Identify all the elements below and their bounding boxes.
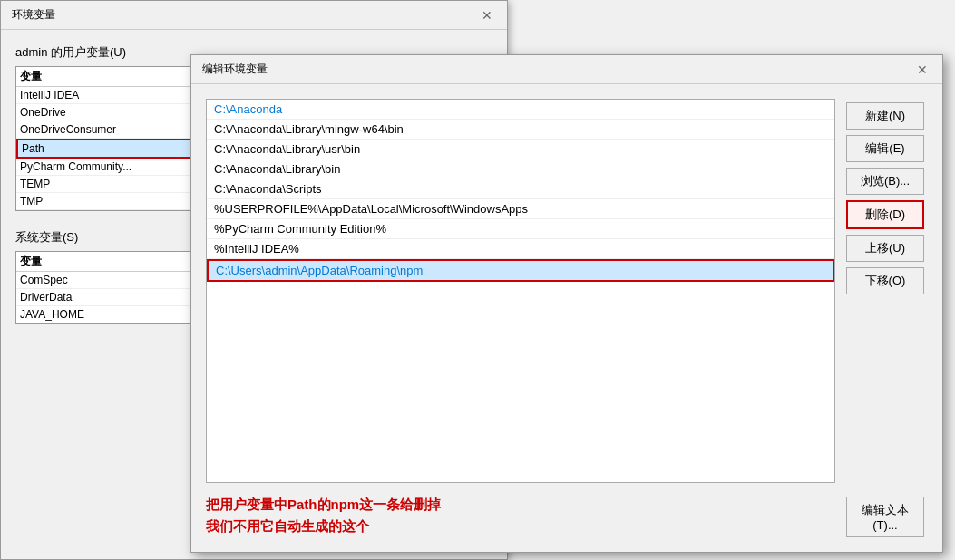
new-button[interactable]: 新建(N) — [846, 102, 924, 130]
path-item[interactable]: C:\Anaconda\Scripts — [207, 179, 834, 199]
env-vars-title: 环境变量 — [12, 7, 55, 23]
edit-button[interactable]: 编辑(E) — [846, 135, 924, 162]
path-item[interactable]: C:\Anaconda\Library\mingw-w64\bin — [207, 120, 834, 140]
annotation-line2: 我们不用它自动生成的这个 — [206, 516, 835, 537]
action-buttons: 新建(N) 编辑(E) 浏览(B)... 删除(D) 上移(U) 下移(O) 编… — [846, 99, 928, 537]
path-item[interactable]: C:\Anaconda\Library\usr\bin — [207, 140, 834, 159]
env-vars-close-button[interactable]: ✕ — [478, 6, 496, 24]
move-up-button[interactable]: 上移(U) — [846, 235, 924, 262]
delete-button[interactable]: 删除(D) — [846, 200, 924, 229]
npm-path-item[interactable]: C:\Users\admin\AppData\Roaming\npm — [207, 259, 834, 282]
move-down-button[interactable]: 下移(O) — [846, 267, 924, 294]
annotation-text: 把用户变量中Path的npm这一条给删掉 我们不用它自动生成的这个 — [206, 494, 835, 537]
annotation-line1: 把用户变量中Path的npm这一条给删掉 — [206, 494, 835, 516]
edit-env-var-body: C:\Anaconda C:\Anaconda\Library\mingw-w6… — [191, 84, 942, 552]
edit-env-var-title: 编辑环境变量 — [202, 62, 268, 77]
path-list-container: C:\Anaconda C:\Anaconda\Library\mingw-w6… — [206, 99, 835, 537]
env-vars-titlebar: 环境变量 ✕ — [1, 1, 507, 30]
path-item[interactable]: C:\Anaconda — [207, 100, 834, 120]
path-item[interactable]: %PyCharm Community Edition% — [207, 219, 834, 239]
edit-env-var-titlebar: 编辑环境变量 ✕ — [191, 55, 942, 84]
edit-text-button[interactable]: 编辑文本(T)... — [846, 497, 924, 537]
path-item[interactable]: C:\Anaconda\Library\bin — [207, 159, 834, 179]
edit-env-var-dialog: 编辑环境变量 ✕ C:\Anaconda C:\Anaconda\Library… — [190, 54, 943, 553]
path-list: C:\Anaconda C:\Anaconda\Library\mingw-w6… — [206, 99, 835, 483]
edit-env-var-close-button[interactable]: ✕ — [913, 61, 931, 79]
browse-button[interactable]: 浏览(B)... — [846, 168, 924, 195]
path-item[interactable]: %USERPROFILE%\AppData\Local\Microsoft\Wi… — [207, 199, 834, 219]
path-item[interactable]: %IntelliJ IDEA% — [207, 239, 834, 259]
